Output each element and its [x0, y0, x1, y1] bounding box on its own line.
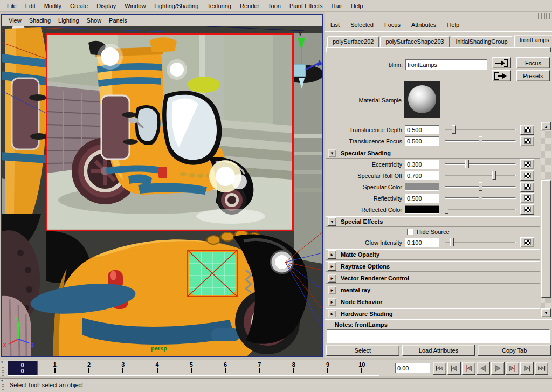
section-mental-ray[interactable]: ► mental ray — [326, 285, 540, 295]
slider-thumb[interactable] — [479, 182, 482, 191]
timeline-track[interactable]: 0 0 1 2 3 4 5 6 7 8 9 10 — [8, 361, 380, 376]
frame-1[interactable]: 1 — [38, 361, 72, 375]
show-output-connections-button[interactable] — [492, 70, 511, 81]
hide-source-checkbox[interactable] — [407, 229, 413, 235]
menu-file[interactable]: File — [3, 2, 20, 10]
specular-roll-off-input[interactable] — [405, 171, 439, 180]
step-back-key-button[interactable] — [462, 362, 475, 375]
map-texture-button[interactable] — [520, 237, 534, 247]
step-back-frame-button[interactable] — [447, 362, 461, 375]
ae-menu-attributes[interactable]: Attributes — [407, 20, 440, 29]
glow-intensity-input[interactable] — [405, 238, 439, 247]
current-time-field[interactable] — [395, 363, 430, 373]
slider-thumb[interactable] — [492, 171, 496, 180]
tab-frontLamps[interactable]: frontLamps — [514, 35, 552, 47]
select-button[interactable]: Select — [326, 345, 399, 356]
expand-arrow-icon[interactable]: ► — [328, 274, 336, 283]
menu-display[interactable]: Display — [93, 2, 120, 10]
expand-arrow-icon[interactable]: ► — [328, 286, 336, 294]
vp-menu-show[interactable]: Show — [84, 16, 105, 25]
step-forward-frame-button[interactable] — [520, 362, 534, 375]
tab-polySurfaceShape203[interactable]: polySurfaceShape203 — [380, 36, 449, 47]
scroll-down-icon[interactable]: ▼ — [541, 308, 551, 317]
eccentricity-input[interactable] — [405, 160, 439, 169]
material-sample-swatch[interactable] — [404, 81, 440, 118]
section-node-behavior[interactable]: ► Node Behavior — [326, 297, 540, 307]
notes-textarea[interactable] — [327, 329, 550, 343]
menu-paint-effects[interactable]: Paint Effects — [286, 2, 327, 10]
menu-modify[interactable]: Modify — [40, 2, 65, 10]
menu-edit[interactable]: Edit — [22, 2, 39, 10]
ae-menu-selected[interactable]: Selected — [346, 20, 378, 29]
specular-color-slider[interactable] — [445, 182, 516, 191]
map-texture-button[interactable] — [520, 170, 534, 181]
attribute-scrollbar[interactable]: ▲ ▼ — [541, 122, 551, 317]
vp-menu-panels[interactable]: Panels — [106, 16, 130, 25]
menu-hair[interactable]: Hair — [327, 2, 346, 10]
frame-4[interactable]: 4 — [140, 361, 174, 375]
focus-button[interactable]: Focus — [516, 57, 550, 68]
viewport-3d-canvas[interactable]: y y x z persp — [2, 26, 322, 356]
frame-ruler[interactable]: 1 2 3 4 5 6 7 8 9 10 — [38, 361, 379, 375]
slider-thumb[interactable] — [465, 160, 469, 168]
vp-menu-view[interactable]: View — [5, 16, 25, 25]
map-texture-button[interactable] — [520, 159, 534, 169]
collapse-arrow-icon[interactable]: ▼ — [328, 149, 336, 157]
frame-5[interactable]: 5 — [174, 361, 208, 375]
go-to-end-button[interactable] — [535, 362, 548, 375]
play-forward-button[interactable] — [491, 362, 505, 375]
slider-thumb[interactable] — [479, 194, 482, 202]
translucence-depth-input[interactable] — [405, 125, 439, 134]
specular-roll-off-slider[interactable] — [445, 171, 516, 180]
reflectivity-slider[interactable] — [445, 194, 516, 203]
frame-9[interactable]: 9 — [310, 361, 344, 375]
reflected-color-swatch[interactable] — [405, 205, 439, 214]
slider-thumb[interactable] — [452, 125, 456, 134]
menu-help[interactable]: Help — [347, 2, 367, 10]
menu-render[interactable]: Render — [236, 2, 263, 10]
map-texture-button[interactable] — [520, 136, 534, 146]
current-frame-indicator[interactable]: 0 0 — [8, 361, 38, 375]
scroll-up-icon[interactable]: ▲ — [541, 122, 551, 130]
section-vector-renderer-control[interactable]: ► Vector Renderer Control — [326, 273, 540, 284]
presets-button[interactable]: Presets — [516, 70, 550, 81]
section-special-effects[interactable]: ▼ Special Effects — [326, 216, 540, 227]
menu-toon[interactable]: Toon — [264, 2, 285, 10]
load-attributes-button[interactable]: Load Attributes — [402, 345, 475, 356]
ae-menu-list[interactable]: List — [326, 20, 344, 29]
expand-arrow-icon[interactable]: ► — [328, 262, 336, 271]
reflectivity-input[interactable] — [405, 194, 439, 203]
ae-menu-help[interactable]: Help — [443, 20, 464, 29]
menu-window[interactable]: Window — [121, 2, 149, 10]
frame-2[interactable]: 2 — [72, 361, 106, 375]
section-matte-opacity[interactable]: ► Matte Opacity — [326, 249, 540, 260]
specular-color-swatch[interactable] — [405, 183, 439, 191]
map-texture-button[interactable] — [520, 182, 534, 192]
vp-menu-lighting[interactable]: Lighting — [55, 16, 82, 25]
translucence-focus-slider[interactable] — [445, 136, 516, 146]
frame-10[interactable]: 10 — [345, 361, 379, 375]
translucence-focus-input[interactable] — [405, 136, 439, 146]
frame-8[interactable]: 8 — [277, 361, 310, 375]
expand-arrow-icon[interactable]: ► — [328, 298, 336, 306]
collapse-arrow-icon[interactable]: ▼ — [328, 217, 336, 226]
frame-7[interactable]: 7 — [243, 361, 277, 375]
map-texture-button[interactable] — [520, 204, 534, 215]
menu-lighting-shading[interactable]: Lighting/Shading — [150, 2, 202, 10]
section-hardware-shading[interactable]: ► Hardware Shading — [326, 308, 540, 317]
vp-menu-shading[interactable]: Shading — [26, 16, 54, 25]
statusbar-grip-handle[interactable] — [1, 380, 6, 391]
section-raytrace-options[interactable]: ► Raytrace Options — [326, 261, 540, 272]
reflected-color-slider[interactable] — [445, 205, 516, 214]
tab-initialShadingGroup[interactable]: initialShadingGroup — [451, 36, 513, 47]
expand-arrow-icon[interactable]: ► — [328, 310, 336, 317]
frame-3[interactable]: 3 — [106, 361, 140, 375]
play-backwards-button[interactable] — [477, 362, 490, 375]
glow-intensity-slider[interactable] — [445, 238, 516, 247]
tab-polySurface202[interactable]: polySurface202 — [327, 36, 379, 47]
section-specular-shading[interactable]: ▼ Specular Shading — [326, 148, 540, 159]
menu-texturing[interactable]: Texturing — [203, 2, 235, 10]
map-texture-button[interactable] — [520, 125, 534, 135]
timeline-grip-handle[interactable] — [1, 361, 6, 376]
panel-grip-handle[interactable] — [538, 13, 551, 19]
